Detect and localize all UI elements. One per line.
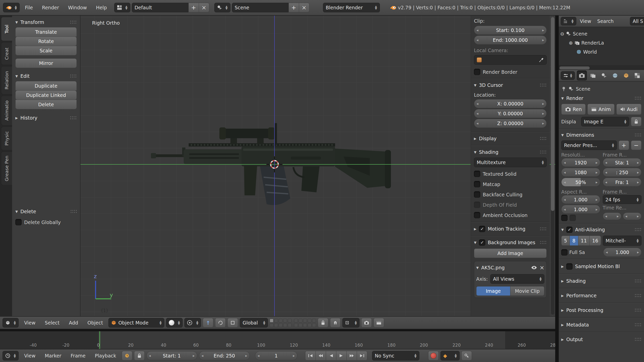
panel-header-edit[interactable]: Edit: [15, 72, 77, 80]
mode-select[interactable]: Object Mode: [108, 318, 164, 328]
delete-globally-checkbox[interactable]: [15, 219, 22, 225]
menu-file[interactable]: File: [21, 3, 37, 13]
mirror-button[interactable]: Mirror: [15, 58, 77, 68]
layer-group-1[interactable]: [270, 319, 292, 327]
render-display-select[interactable]: Image E: [581, 117, 629, 126]
panel-grip-icon[interactable]: [540, 83, 547, 87]
panel-header-anti-aliasing[interactable]: Anti-Aliasing: [561, 226, 641, 234]
full-sample-checkbox[interactable]: [561, 249, 568, 256]
menu-object[interactable]: Object: [84, 318, 107, 328]
delete-button[interactable]: Delete: [15, 100, 77, 109]
panel-grip-icon[interactable]: [634, 294, 641, 298]
snap-toggle-button[interactable]: [330, 318, 341, 328]
scrollbar-thumb[interactable]: [551, 17, 554, 211]
audio-button[interactable]: Audi: [616, 104, 641, 115]
pin-icon[interactable]: [561, 86, 566, 91]
tab-tools[interactable]: Tool: [1, 17, 12, 41]
textured-solid-checkbox[interactable]: [474, 171, 480, 177]
frame-start-field[interactable]: Start: 1: [146, 351, 197, 360]
manipulator-rotate-toggle[interactable]: [215, 318, 226, 328]
viewport-3d[interactable]: Right Ortho z y (1) Clip: Start: 0.100 E…: [80, 16, 555, 316]
menu-frame[interactable]: Frame: [67, 351, 89, 361]
outliner-item-scene[interactable]: Scene: [560, 29, 642, 38]
aspect-y-field[interactable]: 1.000: [561, 205, 600, 214]
source-image-button[interactable]: Image: [476, 286, 510, 296]
editor-type-timeline-button[interactable]: [3, 351, 19, 360]
tab-world[interactable]: [610, 70, 620, 81]
panel-grip-icon[interactable]: [634, 308, 641, 312]
editor-type-info-button[interactable]: [3, 3, 20, 12]
frame-end-field[interactable]: End: 250: [199, 351, 250, 360]
time-remap-old-field[interactable]: [603, 212, 621, 220]
crop-checkbox[interactable]: [570, 215, 576, 221]
snap-element-select[interactable]: [342, 318, 359, 328]
outliner-menu-search[interactable]: Search: [595, 16, 616, 26]
pivot-point-select[interactable]: [184, 318, 201, 328]
menu-view[interactable]: View: [20, 351, 39, 361]
aa-samples-8-button[interactable]: 8: [570, 236, 578, 246]
panel-header-display[interactable]: Display: [474, 134, 547, 142]
add-scene-button[interactable]: [289, 3, 299, 12]
lock-to-scene-button[interactable]: [318, 318, 328, 328]
scene-name-field[interactable]: Scene: [232, 3, 289, 12]
panel-grip-icon[interactable]: [634, 228, 641, 232]
anti-aliasing-checkbox[interactable]: [566, 227, 573, 233]
panel-grip-icon[interactable]: [634, 337, 641, 341]
lock-interface-button[interactable]: [631, 117, 641, 126]
eyedropper-icon[interactable]: [539, 57, 544, 62]
depth-of-field-checkbox[interactable]: [474, 202, 480, 208]
panel-header-3d-cursor[interactable]: 3D Cursor: [474, 81, 547, 89]
collapse-icon[interactable]: [560, 31, 564, 37]
panel-header-transform[interactable]: Transform: [15, 18, 77, 26]
tab-relations[interactable]: Relation: [1, 66, 12, 94]
jump-to-start-button[interactable]: [305, 351, 316, 360]
filter-size-field[interactable]: 1.000: [603, 248, 641, 257]
menu-render[interactable]: Render: [38, 3, 63, 13]
panel-grip-icon[interactable]: [540, 150, 547, 154]
panel-grip-icon[interactable]: [70, 74, 77, 78]
cursor-y-field[interactable]: Y: 0.00000: [474, 109, 547, 118]
tab-render-layers[interactable]: [588, 70, 598, 81]
add-screen-layout-button[interactable]: [188, 3, 199, 12]
manipulator-translate-toggle[interactable]: [203, 318, 213, 328]
layer-group-2[interactable]: [294, 319, 316, 327]
outliner-item-renderlayers[interactable]: RenderLa: [560, 38, 642, 47]
panel-grip-icon[interactable]: [634, 323, 641, 327]
outliner-horizontal-scrollbar[interactable]: [559, 65, 644, 70]
panel-header-sampled-motion-blur[interactable]: Sampled Motion Bl: [561, 261, 641, 271]
background-images-checkbox[interactable]: [479, 239, 485, 246]
keying-set-select[interactable]: ◆: [440, 351, 460, 360]
expand-icon[interactable]: [569, 40, 573, 46]
panel-grip-icon[interactable]: [70, 20, 77, 24]
frame-rate-select[interactable]: 24 fps: [603, 195, 642, 204]
tab-create[interactable]: Creat: [1, 42, 12, 65]
menu-view[interactable]: View: [20, 318, 39, 328]
manipulator-scale-toggle[interactable]: [227, 318, 238, 328]
tab-grease-pencil[interactable]: Grease Pen: [1, 152, 12, 185]
duplicate-button[interactable]: Duplicate: [15, 81, 77, 91]
menu-add[interactable]: Add: [65, 318, 82, 328]
next-keyframe-button[interactable]: [346, 351, 357, 360]
time-remap-new-field[interactable]: [623, 212, 641, 220]
rotate-button[interactable]: Rotate: [15, 37, 77, 46]
panel-grip-icon[interactable]: [634, 96, 641, 100]
clip-end-field[interactable]: End: 1000.000: [474, 35, 547, 45]
viewport-shading-select[interactable]: [166, 318, 183, 328]
screen-layout-name-field[interactable]: Default: [132, 3, 189, 12]
eye-icon[interactable]: [531, 266, 537, 270]
scene-browse-button[interactable]: [214, 3, 230, 12]
axis-select[interactable]: All Views: [490, 274, 544, 284]
menu-playback[interactable]: Playback: [91, 351, 120, 361]
animation-button[interactable]: Anim: [587, 104, 615, 115]
panel-header-history[interactable]: History: [15, 114, 77, 122]
delete-scene-button[interactable]: [299, 3, 309, 12]
tab-render[interactable]: [577, 70, 587, 81]
aa-filter-select[interactable]: Mitchell-: [603, 236, 641, 246]
local-camera-object-field[interactable]: [474, 55, 547, 65]
panel-header-shading[interactable]: Shading: [474, 148, 547, 156]
insert-keyframe-button[interactable]: [461, 351, 472, 360]
resolution-x-field[interactable]: 1920: [561, 158, 600, 167]
remove-preset-button[interactable]: −: [631, 140, 641, 150]
current-frame-field[interactable]: 1: [255, 351, 297, 360]
lock-frame-button[interactable]: [134, 351, 145, 360]
